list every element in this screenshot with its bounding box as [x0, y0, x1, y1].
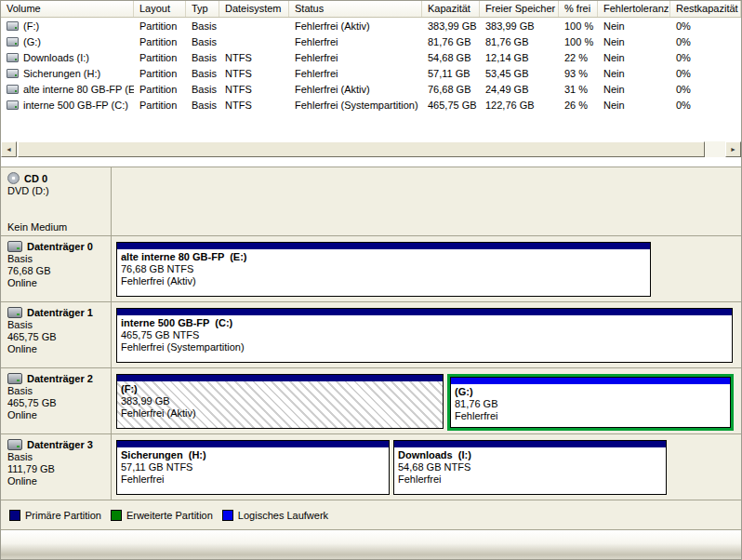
- disk-partitions-area: [112, 167, 741, 235]
- cell-volume: (G:): [1, 33, 134, 49]
- partition-box-g[interactable]: (G:)81,76 GBFehlerfrei: [447, 374, 734, 431]
- volume-row[interactable]: alte interne 80 GB-FP (E:)PartitionBasis…: [1, 81, 741, 97]
- cell-fs: NTFS: [219, 81, 289, 97]
- legend-item: Erweiterte Partition: [111, 510, 213, 521]
- partition-status: Fehlerfrei (Aktiv): [121, 275, 650, 287]
- column-header-rest[interactable]: Restkapazität: [670, 1, 741, 17]
- cell-ft: Nein: [598, 33, 670, 49]
- partition-body: (G:)81,76 GBFehlerfrei: [451, 384, 730, 427]
- disk-info-line: [7, 197, 108, 209]
- cell-frei: 383,99 GB: [480, 18, 559, 33]
- partition-size: 465,75 GB NTFS: [121, 329, 732, 341]
- hard-disk-icon: [7, 373, 22, 384]
- disk-info-panel-cd-0[interactable]: CD 0DVD (D:) Kein Medium: [1, 167, 112, 235]
- cell-pct: 93 %: [559, 65, 598, 81]
- column-header-typ[interactable]: Typ: [186, 1, 219, 17]
- partition-type-strip: [117, 243, 650, 249]
- drive-icon: [7, 21, 19, 31]
- partition-box-i[interactable]: Downloads (I:)54,68 GB NTFSFehlerfrei: [393, 440, 667, 495]
- scrollbar-track[interactable]: [17, 141, 725, 157]
- cell-frei: 122,76 GB: [480, 97, 559, 113]
- cell-rest: 0%: [670, 49, 741, 65]
- disk-partitions-area: interne 500 GB-FP (C:)465,75 GB NTFSFehl…: [112, 302, 741, 367]
- horizontal-scrollbar[interactable]: ◄ ►: [1, 141, 741, 157]
- partition-inner-box: Sicherungen (H:)57,11 GB NTFSFehlerfrei: [116, 440, 390, 495]
- volume-name: Sicherungen (H:): [23, 68, 100, 79]
- partition-size: 383,99 GB: [121, 395, 443, 407]
- legend-bar: Primäre PartitionErweiterte PartitionLog…: [1, 500, 741, 530]
- partition-body: alte interne 80 GB-FP (E:)76,68 GB NTFSF…: [117, 249, 650, 296]
- volume-row[interactable]: interne 500 GB-FP (C:)PartitionBasisNTFS…: [1, 97, 741, 113]
- volume-row[interactable]: Sicherungen (H:)PartitionBasisNTFSFehler…: [1, 65, 741, 81]
- disk-info-line: Kein Medium: [7, 221, 108, 233]
- cell-fs: NTFS: [219, 65, 289, 81]
- cell-status: Fehlerfrei (Systempartition): [289, 97, 422, 113]
- partition-title: Sicherungen (H:): [121, 449, 389, 461]
- partition-title: alte interne 80 GB-FP (E:): [121, 251, 650, 263]
- cell-typ: Basis: [186, 81, 219, 97]
- disk-name-line: Datenträger 3: [7, 439, 108, 450]
- volume-row[interactable]: (F:)PartitionBasisFehlerfrei (Aktiv)383,…: [1, 18, 741, 33]
- partition-type-strip: [117, 375, 443, 381]
- cell-typ: Basis: [186, 49, 219, 65]
- partition-title: (F:): [121, 383, 443, 395]
- partition-title: Downloads (I:): [398, 449, 666, 461]
- disk-row-disk-2: Datenträger 2Basis465,75 GBOnline(F:)383…: [1, 368, 741, 434]
- disk-info-panel-disk-1[interactable]: Datenträger 1Basis465,75 GBOnline: [1, 302, 112, 367]
- column-header-kap[interactable]: Kapazität: [422, 1, 480, 17]
- column-header-frei[interactable]: Freier Speicher: [480, 1, 559, 17]
- volume-list-pane: VolumeLayoutTypDateisystemStatusKapazitä…: [1, 1, 741, 141]
- scrollbar-thumb[interactable]: [18, 141, 705, 157]
- column-header-fs[interactable]: Dateisystem: [219, 1, 289, 17]
- disk-info-line: Basis: [7, 385, 108, 397]
- partition-box-h[interactable]: Sicherungen (H:)57,11 GB NTFSFehlerfrei: [116, 440, 390, 495]
- cell-frei: 53,45 GB: [480, 65, 559, 81]
- cell-kap: 81,76 GB: [422, 33, 480, 49]
- scroll-left-button[interactable]: ◄: [1, 141, 17, 157]
- disk-info-line: Basis: [7, 253, 108, 265]
- partition-status: Fehlerfrei: [455, 410, 730, 422]
- cell-status: Fehlerfrei (Aktiv): [289, 81, 422, 97]
- partition-type-strip: [117, 309, 732, 315]
- cell-rest: 0%: [670, 81, 741, 97]
- column-header-ft[interactable]: Fehlertoleranz: [598, 1, 670, 17]
- partition-status: Fehlerfrei: [398, 473, 666, 486]
- graphical-view-pane: CD 0DVD (D:) Kein MediumDatenträger 0Bas…: [1, 167, 741, 500]
- column-header-status[interactable]: Status: [289, 1, 422, 17]
- disk-info-panel-disk-0[interactable]: Datenträger 0Basis76,68 GBOnline: [1, 236, 112, 301]
- cell-fs: [219, 18, 289, 33]
- disk-management-window: VolumeLayoutTypDateisystemStatusKapazitä…: [0, 0, 742, 560]
- disk-info-panel-disk-2[interactable]: Datenträger 2Basis465,75 GBOnline: [1, 368, 112, 433]
- partition-size: 57,11 GB NTFS: [121, 461, 389, 473]
- partition-body: Sicherungen (H:)57,11 GB NTFSFehlerfrei: [117, 447, 389, 494]
- volume-name: (F:): [23, 20, 39, 32]
- cell-volume: (F:): [1, 18, 134, 33]
- disk-name: Datenträger 3: [27, 439, 93, 450]
- column-header-layout[interactable]: Layout: [134, 1, 186, 17]
- volume-row[interactable]: (G:)PartitionBasisFehlerfrei81,76 GB81,7…: [1, 33, 741, 49]
- partition-box-e[interactable]: alte interne 80 GB-FP (E:)76,68 GB NTFSF…: [116, 242, 651, 297]
- cell-volume: Downloads (I:): [1, 49, 134, 65]
- volume-row[interactable]: Downloads (I:)PartitionBasisNTFSFehlerfr…: [1, 49, 741, 65]
- column-header-volume[interactable]: Volume: [1, 1, 134, 17]
- drive-icon: [7, 53, 19, 62]
- cell-rest: 0%: [670, 97, 741, 113]
- cell-pct: 22 %: [559, 49, 598, 65]
- cell-fs: [219, 33, 289, 49]
- column-header-pct[interactable]: % frei: [559, 1, 598, 17]
- cell-frei: 81,76 GB: [480, 33, 559, 49]
- partition-type-strip: [117, 441, 389, 447]
- partition-body: Downloads (I:)54,68 GB NTFSFehlerfrei: [394, 447, 666, 494]
- partition-size: 76,68 GB NTFS: [121, 263, 650, 275]
- cell-kap: 465,75 GB: [422, 97, 480, 113]
- partition-box-f[interactable]: (F:)383,99 GBFehlerfrei (Aktiv): [116, 374, 444, 429]
- partition-box-c[interactable]: interne 500 GB-FP (C:)465,75 GB NTFSFehl…: [116, 308, 733, 363]
- disk-name-line: Datenträger 1: [7, 307, 108, 318]
- cell-layout: Partition: [134, 18, 186, 33]
- scroll-right-button[interactable]: ►: [725, 141, 741, 157]
- partition-title: (G:): [455, 386, 730, 398]
- partition-status: Fehlerfrei (Aktiv): [121, 407, 443, 420]
- volume-list-rows: (F:)PartitionBasisFehlerfrei (Aktiv)383,…: [1, 18, 741, 113]
- cell-volume: interne 500 GB-FP (C:): [1, 97, 134, 113]
- disk-info-panel-disk-3[interactable]: Datenträger 3Basis111,79 GBOnline: [1, 434, 112, 500]
